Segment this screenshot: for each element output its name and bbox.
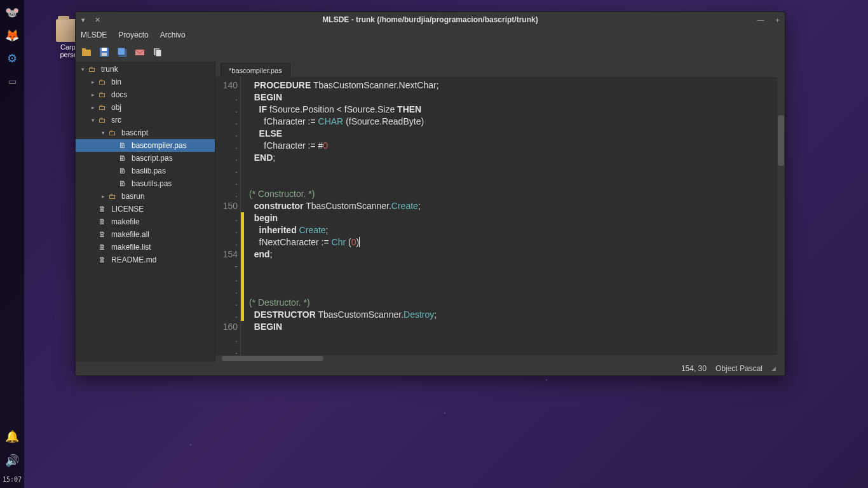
tree-item-baslib-pas[interactable]: 🗎baslib.pas (76, 165, 215, 177)
scrollbar-thumb[interactable] (778, 115, 784, 166)
dock-app-xfce-icon[interactable]: 🐭 (3, 4, 21, 22)
tree-item-obj[interactable]: ▸🗀obj (76, 101, 215, 114)
tree-item-docs[interactable]: ▸🗀docs (76, 88, 215, 101)
code-editor[interactable]: 140.........150...154-....160.. PROCEDUR… (215, 77, 785, 355)
file-icon: 🗎 (119, 179, 129, 188)
tree-item-LICENSE[interactable]: 🗎LICENSE (76, 203, 215, 215)
folder-icon: 🗀 (109, 128, 119, 137)
folder-icon: 🗀 (98, 116, 109, 125)
chevron-icon: ▸ (90, 79, 96, 85)
cursor-position: 154, 30 (681, 364, 707, 373)
svg-rect-3 (102, 48, 107, 51)
chevron-down-icon: ▾ (79, 66, 86, 72)
copy-icon[interactable] (152, 46, 163, 58)
dock-app-files-icon[interactable]: ▭ (3, 72, 21, 90)
window-title: MLSDE - trunk (/home/burdjia/programacio… (322, 15, 538, 24)
chevron-icon: ▸ (100, 193, 106, 200)
notifications-icon[interactable]: 🔔 (3, 428, 21, 445)
save-all-icon[interactable] (116, 46, 128, 58)
titlebar[interactable]: ▾ ✕ MLSDE - trunk (/home/burdjia/program… (76, 12, 785, 27)
tree-item-label: makefile (111, 217, 140, 226)
tree-item-src[interactable]: ▾🗀src (76, 114, 215, 126)
tree-item-bin[interactable]: ▸🗀bin (76, 76, 215, 88)
menu-archivo[interactable]: Archivo (160, 30, 186, 39)
file-icon: 🗎 (98, 255, 109, 264)
tree-item-label: bin (111, 78, 121, 86)
vertical-scrollbar[interactable] (777, 77, 785, 355)
file-icon: 🗎 (98, 243, 109, 252)
code-area[interactable]: PROCEDURE TbasCustomScanner.NextChar; BE… (244, 77, 777, 355)
editor-panel: *bascompiler.pas 140.........150...154-.… (215, 62, 785, 362)
tab-bar: *bascompiler.pas (215, 62, 785, 77)
horizontal-scrollbar[interactable] (215, 355, 785, 362)
file-icon: 🗎 (98, 217, 109, 226)
maximize-icon[interactable]: ＋ (773, 16, 781, 24)
minimize-icon[interactable]: — (757, 16, 764, 24)
tree-item-label: bascript.pas (132, 154, 173, 163)
tree-item-label: LICENSE (111, 205, 144, 214)
scrollbar-thumb[interactable] (222, 356, 323, 361)
tree-item-label: bascript (121, 128, 148, 137)
tree-item-label: makefile.all (111, 230, 149, 239)
tree-item-README-md[interactable]: 🗎README.md (76, 254, 215, 266)
chevron-icon: ▸ (90, 104, 96, 111)
chevron-icon: ▾ (100, 130, 106, 136)
file-icon: 🗎 (98, 230, 109, 239)
file-icon: 🗎 (119, 141, 129, 150)
tree-item-label: docs (111, 90, 127, 99)
dock-app-firefox-icon[interactable]: 🦊 (3, 27, 21, 44)
tab-bascompiler[interactable]: *bascompiler.pas (220, 63, 290, 77)
svg-rect-4 (102, 53, 107, 56)
save-icon[interactable] (98, 46, 110, 58)
open-icon[interactable] (81, 46, 92, 58)
tree-item-bascompiler-pas[interactable]: 🗎bascompiler.pas (76, 139, 215, 152)
tree-item-makefile-list[interactable]: 🗎makefile.list (76, 241, 215, 254)
tree-item-bascript[interactable]: ▾🗀bascript (76, 126, 215, 139)
tree-root[interactable]: ▾ 🗀 trunk (76, 63, 215, 76)
tree-item-basutils-pas[interactable]: 🗎basutils.pas (76, 177, 215, 190)
folder-icon: 🗀 (98, 103, 109, 112)
tree-item-label: trunk (101, 65, 118, 74)
tree-item-label: README.md (111, 255, 156, 264)
svg-rect-6 (118, 48, 125, 55)
menu-proyecto[interactable]: Proyecto (118, 30, 148, 39)
svg-rect-9 (156, 50, 161, 57)
file-tree[interactable]: ▾ 🗀 trunk ▸🗀bin▸🗀docs▸🗀obj▾🗀src▾🗀bascrip… (76, 62, 215, 362)
workspace: ▾ 🗀 trunk ▸🗀bin▸🗀docs▸🗀obj▾🗀src▾🗀bascrip… (76, 62, 785, 362)
language-mode[interactable]: Object Pascal (715, 364, 763, 373)
tree-item-basrun[interactable]: ▸🗀basrun (76, 190, 215, 203)
svg-rect-1 (82, 48, 86, 50)
chevron-icon: ▸ (90, 92, 96, 98)
volume-icon[interactable]: 🔊 (3, 452, 21, 470)
menubar: MLSDE Proyecto Archivo (76, 27, 785, 43)
window-menu-icon[interactable]: ▾ (79, 16, 87, 24)
close-icon[interactable]: ✕ (93, 16, 101, 24)
tree-item-label: src (111, 116, 121, 125)
toolbar (76, 43, 785, 62)
tree-item-label: basutils.pas (132, 179, 172, 188)
tree-item-bascript-pas[interactable]: 🗎bascript.pas (76, 152, 215, 165)
folder-icon: 🗀 (98, 90, 109, 99)
mail-icon[interactable] (134, 46, 146, 58)
tree-item-makefile[interactable]: 🗎makefile (76, 215, 215, 228)
menu-mlsde[interactable]: MLSDE (81, 30, 107, 39)
dock-app-settings-icon[interactable]: ⚙ (3, 50, 21, 67)
tree-item-label: makefile.list (111, 243, 151, 252)
svg-rect-0 (82, 50, 91, 56)
clock[interactable]: 15:07 (3, 476, 22, 483)
folder-icon: 🗀 (98, 78, 109, 86)
folder-icon: 🗀 (109, 192, 119, 201)
folder-icon: 🗀 (88, 65, 98, 74)
tree-item-label: basrun (121, 192, 145, 201)
statusbar: 154, 30 Object Pascal ◢ (76, 362, 785, 376)
tree-item-label: bascompiler.pas (132, 141, 187, 150)
line-gutter: 140.........150...154-....160.. (215, 77, 241, 355)
statusbar-grip-icon[interactable]: ◢ (771, 365, 776, 372)
dock-panel: 🐭 🦊 ⚙ ▭ 🔔 🔊 15:07 (0, 0, 24, 488)
tree-item-label: baslib.pas (132, 166, 166, 175)
file-icon: 🗎 (119, 166, 129, 175)
file-icon: 🗎 (119, 154, 129, 163)
tree-item-makefile-all[interactable]: 🗎makefile.all (76, 228, 215, 241)
chevron-icon: ▾ (90, 117, 96, 123)
file-icon: 🗎 (98, 205, 109, 214)
